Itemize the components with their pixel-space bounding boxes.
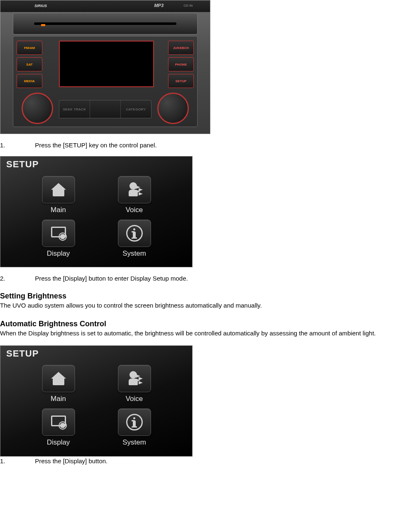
display-icon — [50, 225, 67, 242]
step-1-text: Press the [SETUP] key on the control pan… — [35, 142, 156, 149]
setup-voice-button[interactable]: Voice — [118, 176, 151, 214]
heading-setting-brightness: Setting Brightness — [0, 292, 420, 301]
seek-track-button[interactable]: SEEK TRACK — [59, 100, 90, 118]
setup-voice-button-2[interactable]: Voice — [118, 365, 151, 403]
mp3-logo: MP3 — [154, 3, 164, 8]
eject-indicator — [41, 24, 45, 26]
step-3-number: 1. — [0, 457, 33, 464]
media-button[interactable]: MEDIA — [17, 74, 42, 88]
step-1: 1. Press the [SETUP] key on the control … — [0, 142, 420, 149]
setup-title: SETUP — [6, 159, 39, 170]
step-3-text: Press the [Display] button. — [35, 457, 107, 464]
setup-button[interactable]: SETUP — [168, 74, 194, 88]
jukebox-button[interactable]: JUKEBOX — [168, 41, 194, 55]
setup-title-2: SETUP — [6, 348, 39, 359]
info-icon — [126, 225, 143, 242]
home-icon — [50, 181, 67, 198]
setup-screen-image-2: SETUP Main Voice Display System — [0, 345, 193, 457]
setup-system-button-2[interactable]: System — [118, 408, 151, 447]
cdin-label: CD IN — [183, 4, 193, 7]
category-button[interactable]: CATEGORY — [121, 100, 151, 118]
fmam-button[interactable]: FM/AM — [17, 41, 42, 55]
setup-screen-image-1: SETUP Main Voice Display System — [0, 156, 193, 267]
setup-display-label-2: Display — [47, 438, 70, 447]
setup-display-button[interactable]: Display — [42, 220, 75, 258]
setup-voice-label-2: Voice — [126, 395, 143, 403]
step-2: 2. Press the [Display] button to enter D… — [0, 275, 420, 282]
display-screen — [59, 41, 154, 87]
setup-voice-label: Voice — [126, 206, 143, 214]
setup-main-label: Main — [51, 206, 66, 214]
home-icon — [50, 370, 67, 387]
heading-automatic-brightness: Automatic Brightness Control — [0, 320, 420, 328]
setup-system-label-2: System — [122, 438, 146, 447]
phone-button[interactable]: PHONE — [168, 57, 194, 71]
left-knob[interactable] — [22, 93, 53, 124]
step-2-text: Press the [Display] button to enter Disp… — [35, 275, 188, 282]
right-knob[interactable] — [157, 93, 189, 124]
setup-system-label: System — [122, 249, 146, 258]
info-icon — [126, 414, 143, 430]
setup-main-button[interactable]: Main — [42, 176, 75, 214]
bottom-bar: SEEK TRACK CATEGORY — [59, 100, 151, 118]
setup-system-button[interactable]: System — [118, 220, 151, 258]
body-automatic-brightness: When the Display brightness is set to au… — [0, 329, 420, 337]
display-icon — [50, 414, 67, 430]
step-1-number: 1. — [0, 142, 33, 149]
center-button[interactable] — [90, 100, 121, 118]
setup-display-button-2[interactable]: Display — [42, 408, 75, 447]
setup-main-label-2: Main — [51, 395, 66, 403]
setup-display-label: Display — [47, 249, 70, 258]
sat-button[interactable]: SAT — [17, 57, 42, 71]
control-panel-image: SIRIUS MP3 CD IN FM/AM SAT MEDIA JUKEBOX… — [0, 0, 210, 134]
voice-icon — [126, 370, 143, 387]
voice-icon — [126, 181, 143, 198]
step-3: 1. Press the [Display] button. — [0, 457, 420, 464]
sirius-logo: SIRIUS — [34, 4, 47, 8]
setup-main-button-2[interactable]: Main — [42, 365, 75, 403]
cd-slot — [13, 13, 198, 34]
step-2-number: 2. — [0, 275, 33, 282]
body-setting-brightness: The UVO audio system allows you to contr… — [0, 301, 420, 310]
